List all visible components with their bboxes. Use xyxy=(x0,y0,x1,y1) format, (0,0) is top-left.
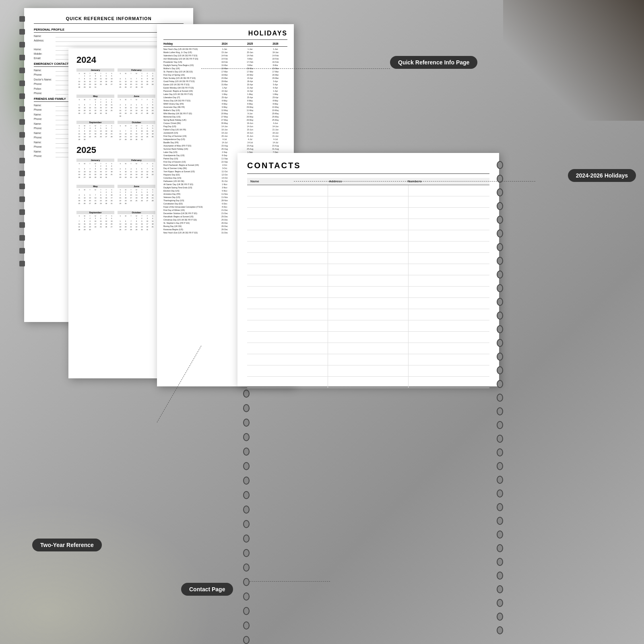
empty-day xyxy=(118,217,123,220)
day-cell: 8 xyxy=(134,220,139,223)
day-cell: 5 xyxy=(82,194,87,196)
day-cell: 1 xyxy=(128,127,134,130)
spiral-hole xyxy=(19,235,25,241)
spiral-hole xyxy=(19,68,25,73)
holiday-date-2026: 21-Jun xyxy=(264,135,287,137)
holiday-date-2026: 25-May xyxy=(264,116,287,118)
contact-cell-numbers xyxy=(409,365,489,376)
spiral-hole xyxy=(19,80,25,86)
day-cell: 18 xyxy=(118,83,123,86)
day-cell: 10 xyxy=(93,77,98,80)
day-cell: 20 xyxy=(109,223,114,225)
spiral-hole xyxy=(19,106,25,112)
day-cell: 10 xyxy=(139,130,144,132)
day-cell: 11 xyxy=(109,167,114,170)
holiday-name-cell: Spring Bank Holiday (UK) xyxy=(163,119,211,121)
contact-cell-name xyxy=(247,365,328,376)
days-grid: 1234567891011121314151617181920212223242… xyxy=(76,127,114,141)
day-cell: 15 xyxy=(128,132,134,135)
day-cell: 15 xyxy=(82,80,87,83)
day-cell: 17 xyxy=(150,80,155,83)
contact-cell-address xyxy=(328,208,409,219)
day-cell: 24 xyxy=(103,109,109,112)
day-cell: 21 xyxy=(144,173,150,176)
day-cell: 21 xyxy=(144,109,150,112)
day-cell: 7 xyxy=(144,167,150,170)
holiday-date-2024: 15-Aug xyxy=(213,144,236,147)
day-cell: 9 xyxy=(118,170,123,173)
spiral-hole xyxy=(19,119,25,125)
contact-cell-name xyxy=(247,354,328,365)
month-name: May xyxy=(76,95,114,98)
contact-cell-name xyxy=(247,275,328,286)
day-cell: 12 xyxy=(76,106,82,109)
day-cell: 18 xyxy=(128,109,134,112)
empty-day xyxy=(118,165,123,167)
doctor-label: Doctor's Name: xyxy=(34,78,54,81)
day-cell: 20 xyxy=(87,199,93,202)
empty-day xyxy=(128,74,134,77)
empty-day xyxy=(134,101,139,103)
day-cell: 29 xyxy=(128,138,134,141)
day-cell: 6 xyxy=(82,167,87,170)
holiday-row: Easter (US UK DE FR IT ES)31-Mar20-Apr5-… xyxy=(163,83,287,86)
day-cell: 6 xyxy=(118,130,123,132)
day-cell: 18 xyxy=(150,223,155,225)
day-cell: 10 xyxy=(103,167,109,170)
day-cell: 26 xyxy=(134,176,139,179)
day-cell: 27 xyxy=(123,228,128,231)
day-cell: 21 xyxy=(76,83,82,86)
contact-label-text: Contact Page xyxy=(189,586,225,592)
holiday-date-2024: 8-May xyxy=(213,99,236,102)
day-cell: 28 xyxy=(87,176,93,179)
day-cell: 29 xyxy=(134,228,139,231)
day-cell: 19 xyxy=(123,83,128,86)
day-cell: 23 xyxy=(144,83,150,86)
contact-cell-numbers xyxy=(409,196,489,207)
contact-row xyxy=(247,298,489,309)
holiday-date-2026: 8-May xyxy=(264,99,287,102)
holiday-date-2024: 17-Mar xyxy=(213,70,236,73)
day-cell: 30 xyxy=(118,115,123,118)
day-cell: 10 xyxy=(128,194,134,196)
day-cell: 5 xyxy=(134,103,139,106)
day-cell: 5 xyxy=(134,167,139,170)
contact-cell-address xyxy=(328,354,409,365)
holiday-row: Juneteenth (US)19-Jun19-Jun19-Jun xyxy=(163,131,287,134)
contact-row xyxy=(247,208,489,219)
empty-day xyxy=(82,191,87,194)
day-cell: 23 xyxy=(118,112,123,115)
holiday-date-2024: 25-Dec xyxy=(213,215,236,218)
holiday-row: Spring Bank Holiday (UK)27-May26-May25-M… xyxy=(163,118,287,122)
spiral-coil xyxy=(497,188,503,196)
ff-phone-label-4: Phone: xyxy=(34,136,54,139)
holiday-date-2025: 19-Jun xyxy=(238,132,262,134)
day-cell: 22 xyxy=(82,225,87,228)
ff-name-label-2: Name: xyxy=(34,113,54,116)
day-cell: 22 xyxy=(134,225,139,228)
contact-cell-address xyxy=(328,287,409,297)
holiday-name-cell: Victory Day (UK DE FR IT ES) xyxy=(163,99,211,102)
day-cell: 25 xyxy=(76,202,82,205)
day-cell: 15 xyxy=(82,223,87,225)
day-cell: 9 xyxy=(82,130,87,132)
day-cell: 7 xyxy=(87,103,93,106)
day-cell: 23 xyxy=(123,199,128,202)
holiday-date-2025: 13-Apr xyxy=(238,77,262,79)
day-cell: 26 xyxy=(103,83,109,86)
day-cell: 1 xyxy=(98,191,103,194)
day-cell: 21 xyxy=(134,83,139,86)
day-cell: 2 xyxy=(98,165,103,167)
day-cell: 12 xyxy=(134,106,139,109)
dashed-line-holidays xyxy=(294,181,535,182)
holiday-date-2024: 2-Sep xyxy=(213,151,236,153)
day-cell: 17 xyxy=(103,170,109,173)
day-cell: 9 xyxy=(87,77,93,80)
day-cell: 17 xyxy=(139,132,144,135)
day-cell: 22 xyxy=(150,173,155,176)
empty-day xyxy=(123,101,128,103)
ff-name-label-5: Name: xyxy=(34,141,54,144)
day-cell: 20 xyxy=(82,173,87,176)
day-cell: 14 xyxy=(76,80,82,83)
day-cell: 20 xyxy=(139,109,144,112)
